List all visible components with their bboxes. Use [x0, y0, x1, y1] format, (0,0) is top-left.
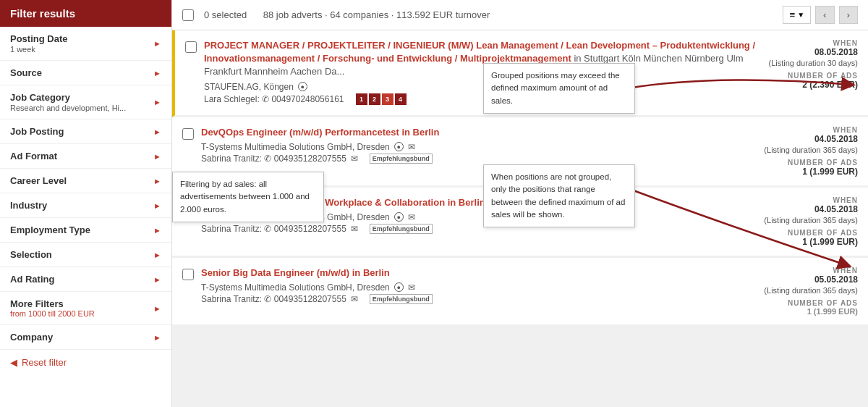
globe-icon: ●	[394, 142, 404, 151]
chevron-right-icon: ►	[153, 98, 161, 106]
filter-ad-format[interactable]: Ad Format ►	[0, 144, 171, 169]
job-when: WHEN 04.05.2018 (Listing duration 365 da…	[764, 196, 858, 247]
filter-more-filters[interactable]: More Filters from 1000 till 2000 EUR ►	[0, 292, 171, 325]
next-icon: ›	[847, 9, 850, 20]
filter-job-posting-label: Job Posting	[10, 126, 64, 137]
company-name: T-Systems Multimedia Solutions GmbH, Dre…	[201, 282, 390, 293]
job-content: PROJECT MANAGER / PROJEKTLEITER / INGENI…	[204, 39, 757, 106]
filter-job-category[interactable]: Job Category Research and development, H…	[0, 85, 171, 119]
chevron-right-icon: ►	[153, 39, 161, 48]
contact-mail-icon: ✉	[351, 294, 358, 304]
prev-button[interactable]: ‹	[815, 6, 834, 24]
chevron-right-icon: ►	[153, 69, 161, 77]
job-contact: Sabrina Tranitz: ✆ 004935128207555 ✉ Emp…	[201, 294, 757, 304]
filter-industry-label: Industry	[10, 200, 47, 211]
filter-employment-type-label: Employment Type	[10, 225, 90, 235]
job-content: Senior Big Data Engineer (m/w/d) in Berl…	[201, 267, 757, 316]
filter-career-level[interactable]: Career Level ►	[0, 169, 171, 193]
job-meta: STAUFEN.AG, Köngen ●	[204, 82, 757, 92]
more-filters-sub: from 1000 till 2000 EUR	[10, 309, 95, 318]
next-button[interactable]: ›	[839, 6, 858, 24]
filter-ad-rating-label: Ad Rating	[10, 274, 54, 285]
dropdown-arrow-icon: ▼	[797, 11, 804, 19]
globe-icon: ●	[394, 212, 404, 222]
sidebar-title: Filter results	[0, 0, 171, 27]
chevron-right-icon: ►	[153, 304, 161, 313]
empfehlung-badge: Empfehlungsbund	[370, 294, 433, 304]
job-when: WHEN 08.05.2018 (Listing duration 30 day…	[764, 39, 858, 106]
mail-icon: ✉	[408, 142, 415, 152]
filter-ad-rating[interactable]: Ad Rating ►	[0, 267, 171, 292]
job-contact: Sabrina Tranitz: ✆ 004935128207555 ✉ Emp…	[201, 224, 757, 234]
empfehlung-badge: Empfehlungsbund	[370, 154, 433, 164]
selected-count: 0 selected	[204, 9, 247, 20]
chevron-right-icon: ►	[153, 275, 161, 284]
mail-icon: ✉	[408, 212, 415, 222]
filter-posting-date-label: Posting Date	[10, 33, 67, 44]
globe-icon: ●	[394, 282, 404, 292]
filter-company[interactable]: Company ►	[0, 325, 171, 350]
chevron-right-icon: ►	[153, 251, 161, 259]
globe-icon: ●	[298, 82, 307, 91]
filter-posting-date-sub: 1 week	[10, 45, 67, 54]
job-title: PROJECT MANAGER / PROJEKTLEITER / INGENI…	[204, 39, 757, 79]
job-meta: T-Systems Multimedia Solutions GmbH, Dre…	[201, 282, 757, 293]
job-checkbox[interactable]	[182, 269, 194, 280]
job-title: DevQOps Engineer (m/w/d) Performancetest…	[201, 126, 757, 139]
job-title: Senior Big Data Engineer (m/w/d) in Berl…	[201, 267, 757, 280]
job-contact: Sabrina Tranitz: ✆ 004935128207555 ✉ Emp…	[201, 154, 757, 164]
tooltip-adfilter: Filtering by ad sales: all advertisement…	[172, 172, 324, 222]
contact-mail-icon: ✉	[351, 154, 358, 164]
contact-mail-icon: ✉	[351, 224, 358, 234]
company-name: T-Systems Multimedia Solutions GmbH, Dre…	[201, 142, 390, 152]
sidebar: Filter results Posting Date 1 week ► Sou…	[0, 0, 172, 407]
callout-not-grouped: When positions are not grouped, only the…	[483, 164, 635, 227]
chevron-right-icon: ►	[153, 333, 161, 342]
topbar-stats-text: 88 job adverts · 64 companies · 113.592 …	[263, 9, 490, 20]
grouped-badge: 1 2 3 4	[356, 93, 407, 105]
chevron-right-icon: ►	[153, 226, 161, 235]
prev-icon: ‹	[823, 9, 826, 20]
callout-grouped: Grouped positions may exceed the defined…	[483, 63, 635, 114]
topbar-controls: ≡ ▼ ‹ ›	[783, 6, 858, 24]
job-checkbox[interactable]	[182, 128, 194, 140]
filter-industry[interactable]: Industry ► Filtering by ad sales: all ad…	[0, 193, 171, 218]
job-meta: T-Systems Multimedia Solutions GmbH, Dre…	[201, 142, 757, 152]
job-card: Senior Big Data Engineer (m/w/d) in Berl…	[172, 258, 868, 327]
chevron-right-icon: ►	[153, 201, 161, 210]
filter-source-label: Source	[10, 67, 42, 78]
reset-triangle-icon: ◀	[10, 357, 17, 368]
select-all-checkbox[interactable]	[182, 9, 194, 21]
chevron-right-icon: ►	[153, 152, 161, 161]
filter-selection[interactable]: Selection ►	[0, 243, 171, 267]
mail-icon: ✉	[408, 282, 415, 293]
reset-filter-button[interactable]: ◀ Reset filter	[0, 350, 171, 375]
filter-posting-date[interactable]: Posting Date 1 week ►	[0, 27, 171, 61]
reset-filter-label: Reset filter	[22, 357, 67, 368]
job-when: WHEN 05.05.2018 (Listing duration 365 da…	[764, 267, 858, 316]
topbar-stats: 0 selected 88 job adverts · 64 companies…	[201, 9, 775, 20]
top-bar: 0 selected 88 job adverts · 64 companies…	[172, 0, 868, 30]
filter-career-level-label: Career Level	[10, 175, 67, 186]
job-contact: Lara Schlegel: ✆ 004970248056161 1 2 3 4	[204, 93, 757, 105]
filter-job-posting[interactable]: Job Posting ►	[0, 119, 171, 144]
chevron-right-icon: ►	[153, 127, 161, 136]
job-content: DevQOps Engineer (m/w/d) Performancetest…	[201, 126, 757, 177]
filter-job-category-sub: Research and development, Hi...	[10, 104, 126, 112]
company-name: STAUFEN.AG, Köngen	[204, 82, 294, 92]
chevron-right-icon: ►	[153, 177, 161, 185]
filter-employment-type[interactable]: Employment Type ►	[0, 218, 171, 243]
empfehlung-badge: Empfehlungsbund	[370, 224, 433, 234]
filter-ad-format-label: Ad Format	[10, 151, 57, 161]
menu-button[interactable]: ≡ ▼	[783, 6, 811, 24]
filter-selection-label: Selection	[10, 249, 52, 260]
job-when: WHEN 04.05.2018 (Listing duration 365 da…	[764, 126, 858, 177]
filter-company-label: Company	[10, 332, 53, 343]
filter-job-category-label: Job Category	[10, 92, 126, 103]
job-checkbox[interactable]	[185, 41, 197, 53]
menu-icon: ≡	[789, 9, 795, 20]
filter-source[interactable]: Source ►	[0, 61, 171, 85]
more-filters-label: More Filters	[10, 298, 95, 309]
